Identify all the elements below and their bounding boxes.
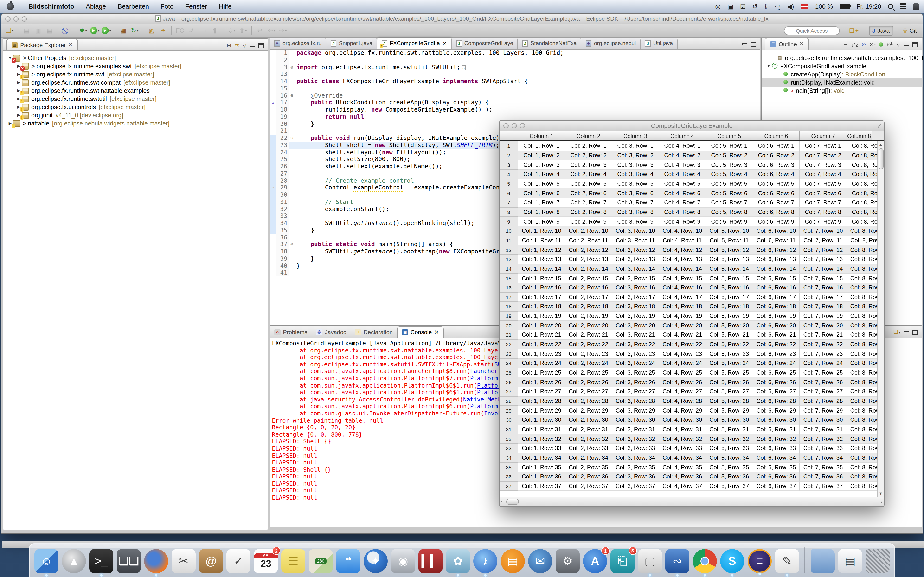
menu-item-fenster[interactable]: Fenster [179,0,213,13]
grid-cell[interactable]: Col: 5, Row: 37 [706,482,753,491]
grid-cell[interactable]: Col: 5, Row: 33 [706,444,753,453]
grid-row-number[interactable]: 23 [499,349,518,359]
grid-cell[interactable]: Col: 3, Row: 2 [612,151,659,160]
tree-item[interactable]: ▼> Other Projects[efxclipse master] [3,54,268,62]
fold-marker[interactable] [289,142,295,149]
grid-cell[interactable]: Col: 3, Row: 13 [612,255,659,264]
grid-cell[interactable]: Col: 5, Row: 9 [706,217,753,226]
grid-cell[interactable]: Col: 4, Row: 27 [659,387,706,396]
hide-static-icon[interactable]: ⊘ˢ [869,41,876,48]
fold-marker[interactable] [289,85,295,92]
grid-row-number[interactable]: 9 [499,217,518,226]
grid-cell[interactable]: Col: 4, Row: 6 [659,189,706,198]
grid-cell[interactable]: Col: 2, Row: 1 [565,141,612,151]
grid-cell[interactable]: Col: 1, Row: 15 [518,274,565,283]
grid-cell[interactable]: Col: 3, Row: 32 [612,434,659,444]
grid-row-number[interactable]: 36 [499,472,518,482]
scroll-down-icon[interactable]: ▼ [878,492,884,496]
outline-item[interactable]: createApp(Display) : BlockCondition [762,70,922,78]
dock-thunderbird[interactable]: ✉ [528,549,552,573]
menu-item-bearbeiten[interactable]: Bearbeiten [112,0,155,13]
grid-cell[interactable]: Col: 4, Row: 21 [659,330,706,340]
grid-cell[interactable]: Col: 5, Row: 27 [706,387,753,396]
run-button[interactable]: ▶▾ [89,25,100,36]
grid-cell[interactable]: Col: 1, Row: 13 [518,255,565,264]
apple-menu-icon[interactable] [7,3,14,10]
dock-terminal[interactable]: >_ [89,549,113,573]
grid-cell[interactable]: Col: 3, Row: 21 [612,330,659,340]
menu-item-foto[interactable]: Foto [155,0,179,13]
maximize-icon[interactable] [751,42,756,47]
grid-cell[interactable]: Col: 4, Row: 25 [659,368,706,378]
dock-office-app[interactable]: ∾ [666,549,690,573]
tree-item[interactable]: ▶org.eclipse.fx.runtime.swtutil[efxclips… [3,95,268,103]
grid-row-number[interactable]: 30 [499,416,518,425]
dock-skype[interactable]: S [720,549,744,573]
grid-cell[interactable]: Col: 5, Row: 11 [706,236,753,245]
grid-cell[interactable]: Col: 4, Row: 18 [659,302,706,311]
grid-row-number[interactable]: 18 [499,302,518,311]
grid-cell[interactable]: Col: 6, Row: 1 [753,141,800,151]
tree-item[interactable]: ▶org.eclipse.fx.ui.controls[efxclipse ma… [3,103,268,111]
grid-cell[interactable]: Col: 1, Row: 19 [518,311,565,321]
grid-cell[interactable]: Col: 6, Row: 32 [753,434,800,444]
grid-cell[interactable]: Col: 6, Row: 33 [753,444,800,453]
grid-cell[interactable]: Col: 1, Row: 35 [518,463,565,472]
grid-cell[interactable]: Col: 5, Row: 31 [706,425,753,434]
grid-cell[interactable]: Col: 5, Row: 14 [706,264,753,274]
grid-cell[interactable]: Col: 4, Row: 23 [659,349,706,359]
grid-cell[interactable]: Col: 6, Row: 11 [753,236,800,245]
grid-cell[interactable]: Col: 2, Row: 12 [565,245,612,255]
editor-tab-org-eclipse-fx-ru[interactable]: org.eclipse.fx.ru [270,37,326,49]
hide-fields-icon[interactable]: ⊘ [862,41,866,48]
fold-marker[interactable] [289,206,295,213]
grid-cell[interactable]: Col: 7, Row: 22 [800,340,847,349]
grid-row-number[interactable]: 17 [499,293,518,302]
grid-cell[interactable]: Col: 3, Row: 29 [612,406,659,416]
grid-cell[interactable]: Col: 5, Row: 26 [706,378,753,387]
grid-cell[interactable]: Col: 6, Row: 35 [753,463,800,472]
grid-cell[interactable]: Col: 3, Row: 15 [612,274,659,283]
grid-row-number[interactable]: 11 [499,236,518,245]
grid-cell[interactable]: Col: 5, Row: 3 [706,160,753,170]
time-machine-icon[interactable]: ↺ [753,3,758,10]
grid-cell[interactable]: Col: 6, Row: 8 [753,208,800,217]
grid-row-number[interactable]: 25 [499,368,518,378]
grid-cell[interactable]: Col: 2, Row: 20 [565,321,612,330]
grid-row-number[interactable]: 4 [499,170,518,179]
grid-cell[interactable]: Col: 6, Row: 9 [753,217,800,226]
dock-display-app[interactable]: ▢ [638,549,662,573]
dock-facetime[interactable]: ◉ [391,549,415,573]
maximize-icon[interactable] [913,330,918,334]
grid-cell[interactable]: Col: 3, Row: 35 [612,463,659,472]
grid-cell[interactable]: Col: 6, Row: 23 [753,349,800,359]
grid-cell[interactable]: Col: 7, Row: 8 [800,208,847,217]
grid-cell[interactable]: Col: 3, Row: 18 [612,302,659,311]
horizontal-scrollbar[interactable]: ‹ › [499,497,884,506]
grid-cell[interactable]: Col: 5, Row: 29 [706,406,753,416]
grid-cell[interactable]: Col: 4, Row: 31 [659,425,706,434]
grid-cell[interactable]: Col: 3, Row: 17 [612,293,659,302]
grid-cell[interactable]: Col: 5, Row: 20 [706,321,753,330]
grid-cell[interactable]: Col: 7, Row: 33 [800,444,847,453]
grid-cell[interactable]: Col: 6, Row: 28 [753,396,800,406]
grid-cell[interactable]: Col: 2, Row: 23 [565,349,612,359]
grid-cell[interactable]: Col: 5, Row: 24 [706,359,753,368]
link-with-editor-icon[interactable]: ⇆ [234,42,239,48]
grid-cell[interactable]: Col: 1, Row: 9 [518,217,565,226]
austria-flag-icon[interactable] [801,3,809,9]
grid-row-number[interactable]: 33 [499,444,518,453]
minimize-icon[interactable] [904,44,909,45]
scroll-left-icon[interactable]: ‹ [501,499,503,504]
grid-cell[interactable]: Col: 4, Row: 11 [659,236,706,245]
grid-cell[interactable]: Col: 7, Row: 5 [800,179,847,189]
grid-cell[interactable]: Col: 1, Row: 10 [518,226,565,236]
grid-cell[interactable]: Col: 1, Row: 14 [518,264,565,274]
grid-cell[interactable]: Col: 5, Row: 15 [706,274,753,283]
grid-cell[interactable]: Col: 7, Row: 13 [800,255,847,264]
git-fetch-button[interactable]: ↻▾ [129,25,140,36]
editor-tab-CompositeGridLaye[interactable]: CompositeGridLaye [452,37,518,49]
grid-cell[interactable]: Col: 7, Row: 16 [800,283,847,293]
fold-marker[interactable] [289,99,295,106]
grid-cell[interactable]: Col: 1, Row: 25 [518,368,565,378]
